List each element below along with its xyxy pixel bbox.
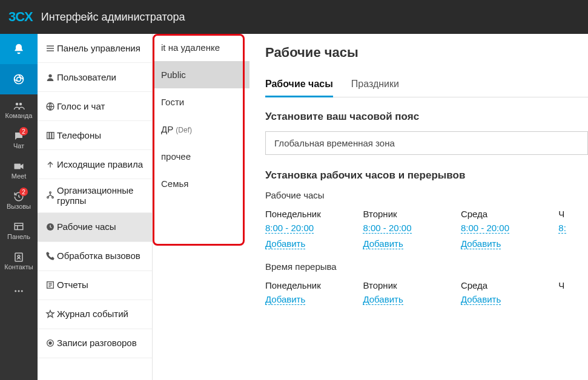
svg-point-10	[21, 290, 23, 292]
svg-point-18	[52, 197, 54, 198]
day-col: Ч 8:	[558, 209, 588, 249]
tab-holidays[interactable]: Праздники	[351, 74, 399, 97]
day-col: Вторник Добавить	[363, 280, 460, 305]
svg-point-8	[15, 290, 16, 292]
sidebar-label: Голос и чат	[57, 101, 146, 111]
sidebar-item-dashboard[interactable]: Панель управления	[38, 34, 152, 63]
group-item[interactable]: ДР (Def)	[153, 116, 249, 143]
rail-label-chat: Чат	[13, 143, 24, 149]
sidebar-item-phones[interactable]: Телефоны	[38, 121, 152, 150]
day-name: Ч	[558, 280, 588, 290]
sidebar-label: Рабочие часы	[57, 221, 146, 232]
day-col: Вторник 8:00 - 20:00 Добавить	[363, 209, 460, 249]
rail-item-meet[interactable]: Meet	[0, 155, 38, 185]
rail-item-panel[interactable]: Панель	[0, 215, 38, 246]
phone-icon	[44, 251, 57, 261]
day-col: Понедельник Добавить	[265, 280, 363, 305]
rail-item-more[interactable]	[0, 276, 38, 306]
sidebar-label: Исходящие правила	[57, 159, 146, 169]
sidebar-label: Обработка вызовов	[57, 251, 146, 261]
panel-icon	[13, 221, 25, 232]
rail-label-meet: Meet	[12, 173, 26, 180]
break-time-label: Время перерыва	[265, 261, 588, 272]
clock-icon	[44, 222, 57, 232]
svg-point-2	[16, 102, 19, 105]
add-link[interactable]: Добавить	[265, 294, 305, 305]
rail-item-contacts[interactable]: Контакты	[0, 246, 38, 276]
rail-label-team: Команда	[5, 113, 33, 119]
timezone-select[interactable]: Глобальная временная зона	[265, 131, 588, 155]
page-title: Рабочие часы	[265, 45, 588, 61]
rail-item-team[interactable]: Команда	[0, 94, 38, 125]
svg-rect-4	[15, 163, 21, 169]
svg-point-17	[47, 197, 49, 198]
time-range-link[interactable]: 8:	[558, 223, 566, 234]
bell-icon	[13, 43, 25, 55]
svg-rect-15	[52, 132, 54, 139]
day-name: Вторник	[363, 209, 460, 219]
rail-item-notifications[interactable]	[0, 34, 38, 64]
sidebar-item-outbound[interactable]: Исходящие правила	[38, 150, 152, 179]
svg-point-22	[49, 342, 51, 344]
sidebar-label: Телефоны	[57, 130, 146, 140]
day-col: Среда 8:00 - 20:00 Добавить	[461, 209, 558, 249]
tab-hours[interactable]: Рабочие часы	[265, 74, 333, 97]
rail-item-browser[interactable]	[0, 64, 38, 94]
add-link[interactable]: Добавить	[363, 238, 403, 249]
day-name: Понедельник	[265, 209, 363, 219]
admin-sidebar: Панель управления Пользователи Голос и ч…	[38, 34, 153, 380]
group-item[interactable]: Семья	[153, 170, 249, 197]
add-link[interactable]: Добавить	[461, 238, 501, 249]
sidebar-item-events[interactable]: Журнал событий	[38, 300, 152, 329]
time-range-link[interactable]: 8:00 - 20:00	[363, 223, 411, 234]
contacts-icon	[13, 252, 25, 263]
day-name: Вторник	[363, 280, 460, 290]
add-link[interactable]: Добавить	[265, 238, 305, 249]
svg-point-11	[48, 74, 51, 77]
rail-item-chat[interactable]: 2 Чат	[0, 125, 38, 155]
upload-icon	[44, 160, 57, 169]
rail-label-panel: Панель	[7, 234, 30, 240]
menu-icon	[44, 44, 57, 53]
group-item[interactable]: it на удаленке	[153, 34, 249, 61]
chat-badge: 2	[19, 127, 28, 136]
group-item[interactable]: Public	[153, 61, 249, 88]
sidebar-item-voice[interactable]: Голос и чат	[38, 92, 152, 121]
add-link[interactable]: Добавить	[461, 294, 501, 305]
day-name: Среда	[461, 209, 558, 219]
sidebar-label: Журнал событий	[57, 309, 146, 319]
star-icon	[44, 309, 57, 319]
rail-label-contacts: Контакты	[4, 264, 33, 270]
day-col: Ч	[558, 280, 588, 305]
add-link[interactable]: Добавить	[363, 294, 403, 305]
sidebar-label: Отчеты	[57, 280, 146, 290]
sidebar-item-reports[interactable]: Отчеты	[38, 271, 152, 300]
reports-icon	[44, 280, 57, 290]
day-name: Понедельник	[265, 280, 363, 290]
sched-section-title: Установка рабочих часов и перерывов	[265, 169, 588, 182]
sidebar-item-recordings[interactable]: Записи разговоров	[38, 329, 152, 358]
groups-panel: it на удаленке Public Гости ДР (Def) про…	[153, 34, 249, 380]
svg-point-7	[18, 255, 20, 257]
logo: 3CX	[8, 9, 33, 25]
dots-icon	[13, 286, 25, 296]
tz-section-title: Установите ваш часовой пояс	[265, 111, 588, 123]
svg-point-9	[18, 290, 20, 292]
svg-point-1	[17, 77, 21, 82]
time-range-link[interactable]: 8:00 - 20:00	[265, 223, 314, 234]
tabs: Рабочие часы Праздники	[265, 74, 588, 97]
sidebar-item-groups[interactable]: Организационные группы	[38, 179, 152, 213]
sidebar-item-workhours[interactable]: Рабочие часы	[38, 213, 152, 242]
video-icon	[13, 161, 25, 172]
calls-badge: 2	[19, 188, 28, 196]
group-item[interactable]: Гости	[153, 88, 249, 116]
break-time-row: Понедельник Добавить Вторник Добавить Ср…	[265, 280, 588, 305]
rail-item-calls[interactable]: 2 Вызовы	[0, 185, 38, 215]
work-hours-label: Рабочие часы	[265, 190, 588, 200]
main-content: Рабочие часы Рабочие часы Праздники Уста…	[249, 34, 588, 380]
group-item[interactable]: прочее	[153, 143, 249, 170]
app-title: Интерфейс администратора	[41, 11, 185, 24]
sidebar-item-users[interactable]: Пользователи	[38, 63, 152, 92]
sidebar-item-callhandling[interactable]: Обработка вызовов	[38, 242, 152, 271]
time-range-link[interactable]: 8:00 - 20:00	[461, 223, 509, 234]
